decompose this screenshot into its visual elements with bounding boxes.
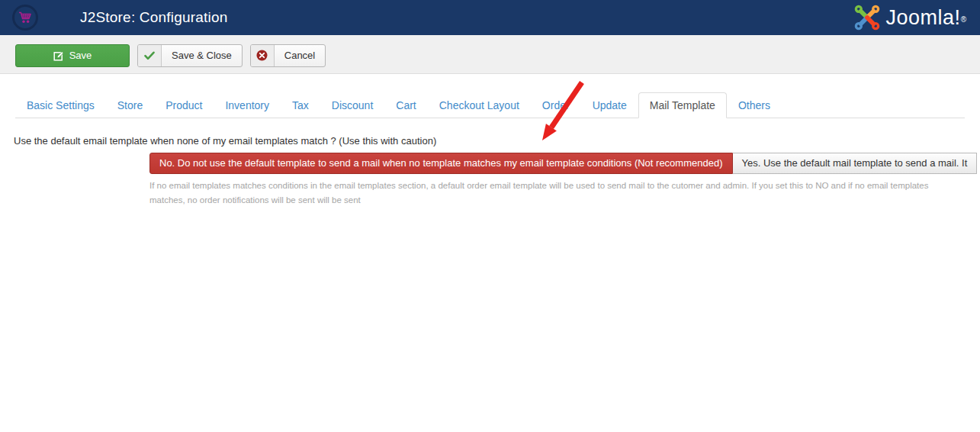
no-option-button[interactable]: No. Do not use the default template to s… (149, 153, 733, 174)
cart-icon (12, 5, 38, 31)
toolbar: Save Save & Close Cancel (0, 35, 980, 74)
tab-update[interactable]: Update (581, 92, 638, 118)
check-icon (138, 45, 162, 66)
save-close-button[interactable]: Save & Close (137, 44, 243, 67)
joomla-logo-text: Joomla! (886, 6, 961, 30)
field-controls: No. Do not use the default template to s… (149, 153, 980, 208)
tab-basic-settings[interactable]: Basic Settings (15, 92, 106, 118)
pencil-square-icon (53, 50, 64, 61)
admin-header: J2Store: Configuration Joomla! ® (0, 0, 980, 35)
help-text: If no email templates matches conditions… (149, 179, 954, 208)
tab-discount[interactable]: Discount (320, 92, 384, 118)
brand-area: J2Store: Configuration (12, 5, 227, 31)
tab-order[interactable]: Order (531, 92, 581, 118)
default-template-toggle: No. Do not use the default template to s… (149, 153, 977, 174)
tab-cart[interactable]: Cart (384, 92, 427, 118)
j2store-configuration-page: J2Store: Configuration Joomla! ® (0, 0, 980, 208)
page-title: J2Store: Configuration (80, 9, 227, 26)
question-label: Use the default email template when none… (14, 135, 980, 147)
tab-tax[interactable]: Tax (281, 92, 320, 118)
yes-option-button[interactable]: Yes. Use the default mail template to se… (733, 153, 978, 174)
cancel-button[interactable]: Cancel (250, 44, 326, 67)
tab-mail-template[interactable]: Mail Template (638, 92, 727, 118)
tab-checkout-layout[interactable]: Checkout Layout (428, 92, 531, 118)
cancel-button-label: Cancel (275, 50, 325, 61)
tab-product[interactable]: Product (154, 92, 214, 118)
mail-template-panel: Use the default email template when none… (0, 118, 980, 208)
save-button[interactable]: Save (15, 44, 130, 67)
save-close-button-label: Save & Close (162, 50, 242, 61)
joomla-x-icon (853, 3, 882, 32)
save-button-label: Save (69, 50, 92, 61)
circle-x-icon (251, 45, 275, 66)
tab-bar: Basic SettingsStoreProductInventoryTaxDi… (15, 92, 965, 118)
tab-store[interactable]: Store (106, 92, 154, 118)
tab-others[interactable]: Others (727, 92, 782, 118)
joomla-logo: Joomla! ® (853, 3, 966, 32)
registered-mark: ® (961, 15, 966, 24)
tab-inventory[interactable]: Inventory (214, 92, 281, 118)
